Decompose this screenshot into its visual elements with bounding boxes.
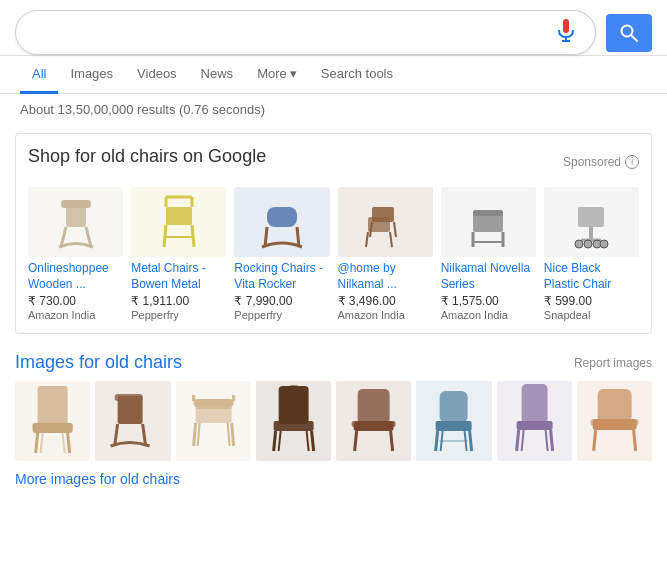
svg-rect-48	[115, 394, 143, 401]
image-thumbnail[interactable]	[256, 381, 331, 461]
tab-more[interactable]: More ▾	[245, 56, 309, 94]
shop-item-price: ₹ 1,911.00	[131, 294, 226, 308]
svg-line-80	[516, 430, 518, 451]
shop-item[interactable]: @home by Nilkamal ... ₹ 3,496.00 Amazon …	[338, 187, 433, 321]
search-button[interactable]	[606, 14, 652, 52]
shop-item-price: ₹ 599.00	[544, 294, 639, 308]
shop-item-name: Nice Black Plastic Chair	[544, 261, 639, 292]
svg-rect-30	[578, 207, 604, 227]
svg-rect-9	[166, 207, 192, 225]
image-thumbnail[interactable]	[497, 381, 572, 461]
search-input-wrapper: old chairs	[15, 10, 596, 55]
shop-item[interactable]: Onlineshoppee Wooden ... ₹ 730.00 Amazon…	[28, 187, 123, 321]
svg-line-11	[192, 225, 194, 247]
image-thumbnail[interactable]	[336, 381, 411, 461]
image-thumbnail[interactable]	[15, 381, 90, 461]
svg-rect-67	[352, 421, 360, 427]
shop-item-price: ₹ 1,575.00	[441, 294, 536, 308]
svg-line-41	[36, 433, 38, 453]
svg-line-44	[63, 433, 65, 453]
svg-point-36	[600, 240, 608, 248]
svg-rect-55	[193, 399, 233, 407]
svg-rect-71	[440, 391, 468, 423]
svg-line-83	[545, 430, 547, 451]
results-info: About 13,50,00,000 results (0.76 seconds…	[0, 94, 667, 125]
svg-line-88	[593, 430, 595, 451]
svg-rect-79	[516, 421, 552, 430]
shop-item-store: Amazon India	[441, 309, 536, 321]
svg-rect-0	[563, 19, 569, 33]
svg-line-70	[391, 431, 393, 451]
svg-line-54	[227, 423, 229, 446]
shop-item[interactable]: Metal Chairs - Bowen Metal ₹ 1,911.00 Pe…	[131, 187, 226, 321]
svg-line-4	[631, 35, 637, 41]
tab-search-tools[interactable]: Search tools	[309, 56, 405, 94]
svg-line-10	[164, 225, 166, 247]
shop-title: Shop for old chairs on Google	[28, 146, 266, 167]
search-input[interactable]: old chairs	[28, 24, 557, 42]
svg-rect-16	[267, 207, 297, 227]
svg-rect-65	[358, 389, 390, 424]
shop-item-store: Amazon India	[338, 309, 433, 321]
svg-rect-68	[388, 421, 396, 427]
info-icon: i	[625, 155, 639, 169]
svg-rect-22	[372, 207, 394, 222]
shop-item-store: Pepperfry	[131, 309, 226, 321]
shop-item-store: Amazon India	[28, 309, 123, 321]
shop-item-name: Onlineshoppee Wooden ...	[28, 261, 123, 292]
svg-line-42	[68, 433, 70, 453]
shop-section: Shop for old chairs on Google Sponsored …	[15, 133, 652, 334]
tab-news[interactable]: News	[189, 56, 246, 94]
svg-rect-28	[473, 210, 503, 216]
svg-rect-72	[436, 421, 472, 431]
svg-line-74	[470, 431, 472, 451]
shop-item[interactable]: Nilkamal Novella Series ₹ 1,575.00 Amazo…	[441, 187, 536, 321]
shop-items: Onlineshoppee Wooden ... ₹ 730.00 Amazon…	[28, 187, 639, 321]
svg-rect-66	[354, 421, 394, 431]
svg-line-52	[231, 423, 233, 446]
svg-rect-86	[590, 419, 599, 426]
shop-item[interactable]: Rocking Chairs - Vita Rocker ₹ 7,990.00 …	[234, 187, 329, 321]
shop-item[interactable]: Nice Black Plastic Chair ₹ 599.00 Snapde…	[544, 187, 639, 321]
report-images-link[interactable]: Report images	[574, 356, 652, 370]
svg-line-64	[306, 431, 308, 451]
svg-line-53	[197, 423, 199, 446]
shop-item-store: Snapdeal	[544, 309, 639, 321]
shop-item-price: ₹ 730.00	[28, 294, 123, 308]
svg-line-61	[273, 431, 275, 451]
svg-line-89	[633, 430, 635, 451]
tab-all[interactable]: All	[20, 56, 58, 94]
svg-line-24	[394, 222, 396, 237]
svg-rect-8	[61, 200, 91, 208]
images-title[interactable]: Images for old chairs	[15, 352, 182, 373]
svg-line-62	[311, 431, 313, 451]
svg-line-73	[436, 431, 438, 451]
sponsored-label: Sponsored i	[563, 155, 639, 169]
shop-item-price: ₹ 3,496.00	[338, 294, 433, 308]
svg-line-63	[278, 431, 280, 451]
shop-item-name: Rocking Chairs - Vita Rocker	[234, 261, 329, 292]
svg-line-20	[366, 232, 368, 247]
shop-item-store: Pepperfry	[234, 309, 329, 321]
svg-line-43	[41, 433, 43, 453]
tab-videos[interactable]: Videos	[125, 56, 189, 94]
more-images-link[interactable]: More images for old chairs	[15, 461, 652, 492]
image-thumbnail[interactable]	[416, 381, 491, 461]
shop-item-name: Nilkamal Novella Series	[441, 261, 536, 292]
images-section: Images for old chairs Report images	[0, 342, 667, 497]
svg-point-33	[575, 240, 583, 248]
shop-item-name: @home by Nilkamal ...	[338, 261, 433, 292]
svg-rect-78	[521, 384, 547, 424]
svg-rect-87	[629, 419, 638, 426]
tab-images[interactable]: Images	[58, 56, 125, 94]
svg-line-51	[193, 423, 195, 446]
shop-item-price: ₹ 7,990.00	[234, 294, 329, 308]
image-thumbnail[interactable]	[577, 381, 652, 461]
svg-rect-37	[38, 386, 68, 426]
microphone-icon[interactable]	[557, 19, 575, 46]
svg-rect-40	[65, 423, 73, 428]
svg-point-34	[584, 240, 592, 248]
image-thumbnail[interactable]	[95, 381, 170, 461]
image-thumbnail[interactable]	[176, 381, 251, 461]
svg-line-82	[521, 430, 523, 451]
